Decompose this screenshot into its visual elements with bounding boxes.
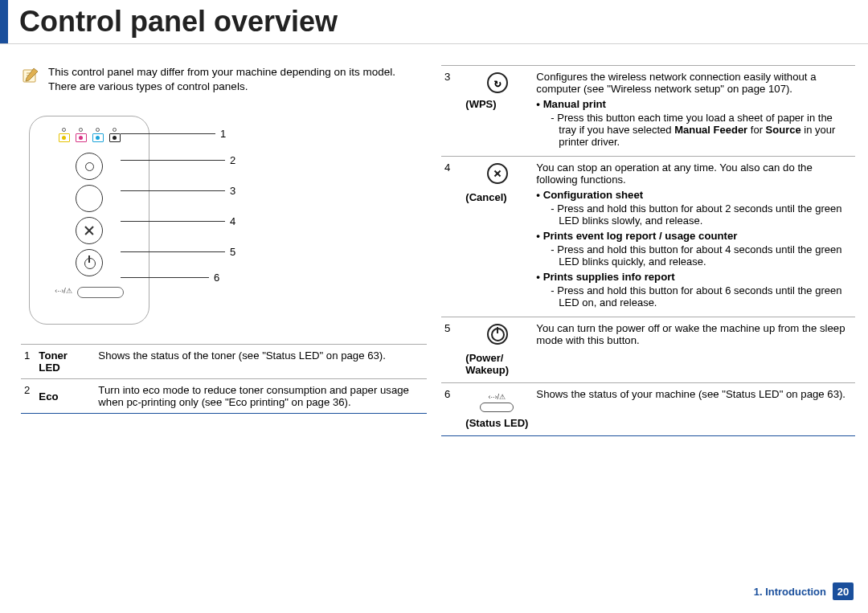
row6-desc: Shows the status of your machine (see "S… xyxy=(533,383,855,436)
power-icon-cell: (Power/ Wakeup) xyxy=(456,317,533,383)
cancel-icon xyxy=(487,163,508,184)
page-number-badge: 20 xyxy=(833,582,854,600)
row-num: 6 xyxy=(441,383,456,436)
supplies-report-body: - Press and hold this button for about 6… xyxy=(551,284,850,309)
row-label: Toner LED xyxy=(35,345,95,379)
panel-diagram-container: ‹··›/⚠ 1 2 3 4 5 6 xyxy=(21,116,246,325)
row4-lead: You can stop an operation at any time. Y… xyxy=(536,161,850,186)
supplies-report-title: Prints supplies info report xyxy=(543,271,675,283)
wps-label: (WPS) xyxy=(459,98,530,110)
status-led-icon-cell: ‹··›/⚠ (Status LED) xyxy=(456,383,533,436)
cancel-icon-cell: (Cancel) xyxy=(456,157,533,317)
cancel-label: (Cancel) xyxy=(459,191,530,203)
row3-desc: Configures the wireless network connecti… xyxy=(533,66,855,157)
status-led-icon: ‹··›/⚠ xyxy=(480,393,514,412)
toner-led-row xyxy=(59,128,121,142)
callout-3: 3 xyxy=(230,185,235,197)
callout-1: 1 xyxy=(220,128,226,140)
note-icon xyxy=(21,67,40,84)
header-accent-bar xyxy=(0,0,8,43)
row3-lead: Configures the wireless network connecti… xyxy=(536,71,850,95)
wps-icon: ↻ xyxy=(487,72,508,93)
row-num: 1 xyxy=(21,345,35,379)
row-num: 3 xyxy=(441,66,456,157)
config-sheet-body: - Press and hold this button for about 2… xyxy=(551,202,850,227)
row-num: 2 xyxy=(21,379,35,414)
power-button-diagram xyxy=(76,249,103,276)
right-description-table: 3 ↻ (WPS) Configures the wireless networ… xyxy=(441,65,855,436)
left-column: This control panel may differ from your … xyxy=(21,65,427,436)
footer-section: 1. Introduction xyxy=(754,586,826,598)
power-icon xyxy=(487,324,508,345)
left-description-table: 1 Toner LED Shows the status of the tone… xyxy=(21,344,427,414)
row-desc: Shows the status of the toner (see "Stat… xyxy=(95,345,427,379)
callout-6: 6 xyxy=(214,272,219,284)
status-led-diagram: ‹··›/⚠ xyxy=(55,284,124,298)
status-led-label: (Status LED) xyxy=(459,417,530,429)
row-desc: Turn into eco mode to reduce toner consu… xyxy=(95,379,427,414)
manual-print-body: - Press this button each time you load a… xyxy=(551,112,850,148)
note-text: This control panel may differ from your … xyxy=(48,65,420,93)
right-column: 3 ↻ (WPS) Configures the wireless networ… xyxy=(441,65,855,436)
note-block: This control panel may differ from your … xyxy=(21,65,427,93)
row-num: 5 xyxy=(441,317,456,383)
callout-4: 4 xyxy=(230,215,235,227)
eco-button-diagram xyxy=(76,153,103,180)
row-num: 4 xyxy=(441,157,456,317)
manual-print-title: Manual print xyxy=(543,98,606,110)
content-area: This control panel may differ from your … xyxy=(0,44,868,436)
page-title: Control panel overview xyxy=(19,0,338,43)
callout-2: 2 xyxy=(230,154,235,166)
power-label: (Power/ Wakeup) xyxy=(459,352,530,376)
event-log-title: Prints event log report / usage counter xyxy=(543,230,738,242)
wps-button-diagram xyxy=(76,185,103,212)
cancel-button-diagram xyxy=(76,217,103,244)
config-sheet-title: Configuration sheet xyxy=(543,189,644,201)
status-glyph: ‹··›/⚠ xyxy=(55,287,72,295)
callout-lines: 1 2 3 4 5 6 xyxy=(121,124,235,284)
callout-5: 5 xyxy=(230,246,235,258)
row-label: Eco xyxy=(35,379,95,414)
row5-desc: You can turn the power off or wake the m… xyxy=(533,317,855,383)
page-header: Control panel overview xyxy=(0,0,868,44)
row4-desc: You can stop an operation at any time. Y… xyxy=(533,157,855,317)
event-log-body: - Press and hold this button for about 4… xyxy=(551,243,850,268)
page-footer: 1. Introduction 20 xyxy=(754,582,854,600)
wps-icon-cell: ↻ (WPS) xyxy=(456,66,533,157)
